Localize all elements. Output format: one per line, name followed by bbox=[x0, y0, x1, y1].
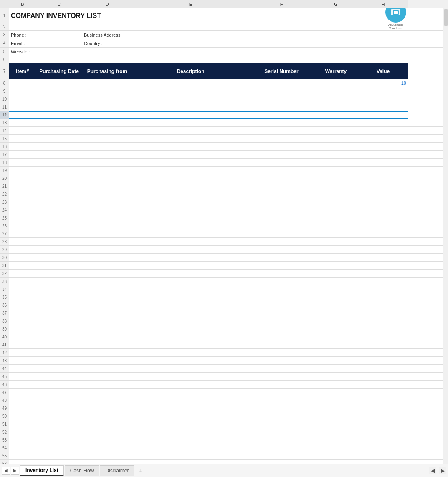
cell-e-22[interactable] bbox=[132, 190, 249, 198]
cell-b-29[interactable] bbox=[9, 246, 36, 253]
cell-b-41[interactable] bbox=[9, 341, 36, 348]
cell-h-24[interactable] bbox=[358, 206, 408, 214]
cell-e-15[interactable] bbox=[132, 135, 249, 142]
cell-b-17[interactable] bbox=[9, 151, 36, 158]
cell-g-54[interactable] bbox=[314, 444, 358, 452]
cell-d-18[interactable] bbox=[82, 159, 132, 166]
cell-h-48[interactable] bbox=[358, 396, 408, 404]
cell-e-14[interactable] bbox=[132, 127, 249, 134]
cell-d-20[interactable] bbox=[82, 174, 132, 182]
vertical-scrollbar[interactable] bbox=[443, 8, 448, 464]
cell-f-56[interactable] bbox=[249, 460, 314, 464]
cell-d-19[interactable] bbox=[82, 167, 132, 174]
cell-b-40[interactable] bbox=[9, 333, 36, 341]
cell-f-20[interactable] bbox=[249, 174, 314, 182]
add-sheet-button[interactable]: + bbox=[135, 467, 145, 475]
cell-g-12[interactable] bbox=[314, 111, 358, 119]
cell-g-53[interactable] bbox=[314, 436, 358, 444]
cell-e-43[interactable] bbox=[132, 357, 249, 364]
cell-h-33[interactable] bbox=[358, 278, 408, 285]
cell-e-56[interactable] bbox=[132, 460, 249, 464]
cell-c-39[interactable] bbox=[36, 325, 82, 333]
cell-c-35[interactable] bbox=[36, 293, 82, 301]
cell-e-33[interactable] bbox=[132, 278, 249, 285]
cell-h-52[interactable] bbox=[358, 428, 408, 436]
cell-d-17[interactable] bbox=[82, 151, 132, 158]
cell-b-54[interactable] bbox=[9, 444, 36, 452]
cell-c-29[interactable] bbox=[36, 246, 82, 253]
cell-e-39[interactable] bbox=[132, 325, 249, 333]
cell-h-50[interactable] bbox=[358, 412, 408, 420]
cell-f-35[interactable] bbox=[249, 293, 314, 301]
cell-d-36[interactable] bbox=[82, 301, 132, 309]
col-b-header[interactable]: B bbox=[9, 0, 36, 8]
cell-b-14[interactable] bbox=[9, 127, 36, 134]
cell-b-15[interactable] bbox=[9, 135, 36, 142]
cell-b-47[interactable] bbox=[9, 389, 36, 396]
cell-b-46[interactable] bbox=[9, 381, 36, 388]
cell-g-13[interactable] bbox=[314, 119, 358, 126]
cell-d-49[interactable] bbox=[82, 404, 132, 412]
cell-h-9[interactable] bbox=[358, 87, 408, 95]
cell-g-19[interactable] bbox=[314, 167, 358, 174]
cell-f-40[interactable] bbox=[249, 333, 314, 341]
cell-h-45[interactable] bbox=[358, 373, 408, 380]
tab-nav-left[interactable]: ◀ bbox=[2, 467, 10, 475]
cell-e-38[interactable] bbox=[132, 317, 249, 325]
cell-d-50[interactable] bbox=[82, 412, 132, 420]
cell-f-54[interactable] bbox=[249, 444, 314, 452]
cell-c-27[interactable] bbox=[36, 230, 82, 237]
cell-c-17[interactable] bbox=[36, 151, 82, 158]
cell-e-11[interactable] bbox=[132, 103, 249, 111]
cell-c-20[interactable] bbox=[36, 174, 82, 182]
cell-g-26[interactable] bbox=[314, 222, 358, 230]
cell-b-12[interactable] bbox=[9, 111, 36, 119]
cell-c-56[interactable] bbox=[36, 460, 82, 464]
cell-b-18[interactable] bbox=[9, 159, 36, 166]
cell-e-19[interactable] bbox=[132, 167, 249, 174]
cell-h-15[interactable] bbox=[358, 135, 408, 142]
cell-g-44[interactable] bbox=[314, 365, 358, 372]
cell-c-24[interactable] bbox=[36, 206, 82, 214]
cell-d-27[interactable] bbox=[82, 230, 132, 237]
cell-e-18[interactable] bbox=[132, 159, 249, 166]
cell-e-45[interactable] bbox=[132, 373, 249, 380]
cell-c-37[interactable] bbox=[36, 309, 82, 317]
cell-e-17[interactable] bbox=[132, 151, 249, 158]
cell-c-30[interactable] bbox=[36, 254, 82, 261]
cell-c-33[interactable] bbox=[36, 278, 82, 285]
cell-e-51[interactable] bbox=[132, 420, 249, 428]
cell-d-11[interactable] bbox=[82, 103, 132, 111]
cell-h-47[interactable] bbox=[358, 389, 408, 396]
cell-e-52[interactable] bbox=[132, 428, 249, 436]
cell-h-43[interactable] bbox=[358, 357, 408, 364]
cell-f-18[interactable] bbox=[249, 159, 314, 166]
cell-e-12[interactable] bbox=[132, 111, 249, 119]
cell-g-32[interactable] bbox=[314, 270, 358, 277]
cell-g-9[interactable] bbox=[314, 87, 358, 95]
cell-c-49[interactable] bbox=[36, 404, 82, 412]
cell-f-9[interactable] bbox=[249, 87, 314, 95]
cell-f-48[interactable] bbox=[249, 396, 314, 404]
cell-f-27[interactable] bbox=[249, 230, 314, 237]
cell-e-24[interactable] bbox=[132, 206, 249, 214]
cell-b-32[interactable] bbox=[9, 270, 36, 277]
col-g-header[interactable]: G bbox=[314, 0, 358, 8]
cell-d-45[interactable] bbox=[82, 373, 132, 380]
cell-c-46[interactable] bbox=[36, 381, 82, 388]
cell-d-39[interactable] bbox=[82, 325, 132, 333]
cell-e-9[interactable] bbox=[132, 87, 249, 95]
cell-h-17[interactable] bbox=[358, 151, 408, 158]
cell-g-39[interactable] bbox=[314, 325, 358, 333]
sheet-options-button[interactable]: ⋮ bbox=[420, 467, 426, 474]
cell-h-12[interactable] bbox=[358, 111, 408, 119]
col-h-header[interactable]: H bbox=[358, 0, 408, 8]
cell-c-36[interactable] bbox=[36, 301, 82, 309]
cell-h-37[interactable] bbox=[358, 309, 408, 317]
cell-e-49[interactable] bbox=[132, 404, 249, 412]
cell-d-32[interactable] bbox=[82, 270, 132, 277]
cell-b-52[interactable] bbox=[9, 428, 36, 436]
cell-f-15[interactable] bbox=[249, 135, 314, 142]
cell-c-34[interactable] bbox=[36, 285, 82, 293]
cell-f-29[interactable] bbox=[249, 246, 314, 253]
